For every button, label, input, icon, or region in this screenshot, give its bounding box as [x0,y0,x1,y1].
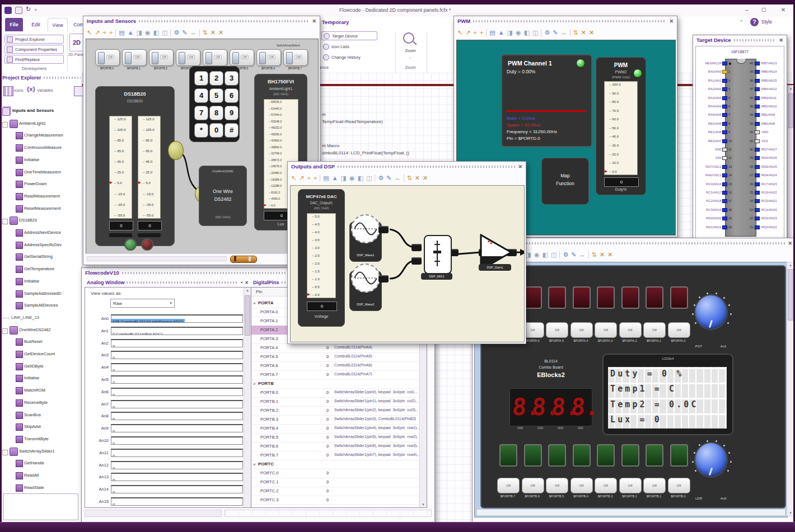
tree-item-readall[interactable]: ReadAll [0,470,82,482]
tab-view[interactable]: View [48,18,68,32]
porta-switch-button[interactable]: Off [570,322,593,338]
duplicate-icon[interactable]: ◫ [162,30,167,36]
delete-icon[interactable]: ✕ [211,30,216,36]
analog-value-input[interactable]: 0 [111,412,243,420]
digital-pin-row[interactable]: PORTB.70SwitchArraySlider1(pin7), keypad… [251,451,427,460]
porta-switch-button[interactable]: Off [546,322,568,338]
ribbon-button-component-properties[interactable]: Component Properties [4,45,64,54]
keypad-key-star[interactable]: * [194,123,208,138]
switch-handle[interactable] [98,52,105,64]
help-icon[interactable]: ? [750,18,759,26]
panel-switch[interactable]: Off [230,49,254,66]
portb-switch-button[interactable]: Off [497,478,520,493]
digital-pin-row[interactable]: PORTA.60ComboBL0114(PinA6) [251,361,427,371]
board-h-scrollbar[interactable] [476,509,785,516]
tree-item-getidbyte[interactable]: GetIDByte [0,361,82,373]
digital-pin-row[interactable]: PORTB.50SwitchArraySlider1(pin5), keypad… [251,433,427,442]
2d-panels-button[interactable]: 2D [69,34,84,51]
switch-handle[interactable] [232,52,239,64]
add-cursor-icon[interactable]: ↗ [299,175,304,181]
view-toggle-target-device[interactable]: Target Device [321,31,377,40]
keypad-key-hash[interactable]: # [225,123,238,138]
close-button[interactable]: ✕ [779,7,787,15]
window-titlebar[interactable]: PWM✕ [454,16,677,26]
ribbon-collapse-icon[interactable]: ^ [740,19,747,26]
keypad-key-1[interactable]: 1 [194,71,208,86]
knob-dial[interactable] [695,295,727,329]
window-close-icon[interactable]: ✕ [312,18,316,24]
scroll-thumb[interactable] [788,269,793,321]
panel-switch[interactable]: Off [256,49,281,66]
tree-item-transmitbyte[interactable]: TransmitByte [0,434,82,445]
portb-switch-button[interactable]: Off [570,478,593,493]
swap-h-icon[interactable]: ↔ [561,30,567,36]
tree-item-readstate[interactable]: ReadState [0,483,82,494]
window-titlebar[interactable]: Inputs and Sensors✕ [83,16,320,26]
analog-value-input[interactable]: 0 [111,424,243,432]
portb-switch-button[interactable]: Off [546,478,568,493]
keypad-key-0[interactable]: 0 [209,123,223,138]
mirror-icon[interactable]: ◨ [526,252,531,258]
tree-item-initialise[interactable]: Initialise [0,155,82,166]
switch-handle[interactable] [286,52,293,64]
scroll-up-icon[interactable]: ▲ [244,289,251,292]
analog-value-input[interactable]: 0 [111,497,243,506]
icons-grid-icon[interactable] [3,86,13,96]
swap-h-icon[interactable]: ↔ [395,175,401,181]
duplicate-icon[interactable]: ◫ [366,175,372,181]
swap-v-icon[interactable]: ⇅ [592,252,597,258]
move-icon[interactable]: + [473,30,476,36]
zoom-magnifier-icon[interactable] [403,32,414,44]
raise-icon[interactable]: ▲ [332,175,338,181]
duplicate-icon[interactable]: ◫ [532,30,538,36]
analog-window-titlebar[interactable]: Analog Window•✕ [85,278,251,287]
tree-item-root[interactable]: Inputs and Sensors [0,106,82,117]
porta-switch-button[interactable]: Off [595,322,617,338]
move-icon[interactable]: + [102,30,106,36]
analog-value-input[interactable]: 0 [111,485,243,493]
switch-handle[interactable] [125,52,132,64]
settings-icon[interactable]: ⚙ [563,252,568,258]
edit-icon[interactable]: ✎ [553,30,558,36]
undo-icon[interactable]: ↻ [26,6,34,15]
porta-switch-button[interactable]: Off [643,322,666,338]
expand-collapse-icon[interactable]: - [2,122,8,128]
tab-edit[interactable]: Edit [26,18,45,31]
ribbon-button-project-explorer[interactable]: Project Explorer [4,35,64,44]
move-icon[interactable]: + [307,175,310,181]
edit-icon[interactable]: ✎ [182,30,187,36]
digital-pin-row[interactable]: PORTB.60SwitchArraySlider1(pin6), keypad… [251,442,427,451]
digital-pin-row[interactable]: PORTA.50ComboBL0114(PinA5) [251,352,427,362]
minimize-button[interactable]: – [743,7,751,15]
select-cursor-icon[interactable]: ↖ [291,175,296,181]
digital-pin-row[interactable]: PORTB.00SwitchArraySlider1(pin0), keypad… [251,388,427,398]
clear-icon[interactable]: ✕ [423,175,428,181]
orbit-icon[interactable]: ◉ [516,30,521,36]
edit-icon[interactable]: ✎ [571,252,576,258]
digital-pin-row[interactable]: PORTB.40SwitchArraySlider1(pin4), keypad… [251,424,427,434]
tree-item-sampleaddressedd[interactable]: SampleAddressedD [0,289,82,300]
raise-icon[interactable]: ▲ [128,30,134,36]
tree-item-samplealldevices[interactable]: SampleAllDevices [0,300,82,312]
half-view-icon[interactable]: ◧ [524,30,530,36]
panel-switch[interactable]: Off [122,49,147,66]
tree-item-initialise[interactable]: Initialise [0,373,82,384]
swap-h-icon[interactable]: ↔ [579,252,586,258]
swap-v-icon[interactable]: ⇅ [573,30,578,36]
analog-value-input[interactable]: 0 [111,436,243,445]
ds18b20-green-button[interactable] [124,238,137,251]
h-scroll-trough[interactable] [87,256,227,261]
tree-item-getserialstring[interactable]: GetSerialString [0,252,82,263]
switch-handle[interactable] [259,52,266,64]
zoom-minus[interactable]: - [399,55,422,60]
tree-item-switcharrayslider1[interactable]: -SwitchArraySlider1 [0,446,82,458]
tree-item-skipaddr[interactable]: SkipAddr [0,422,82,433]
portb-switch-button[interactable]: Off [522,478,544,493]
analog-value-input[interactable]: 0 [111,461,243,469]
swap-v-icon[interactable]: ⇅ [203,30,208,36]
settings-icon[interactable]: ⚙ [174,30,179,36]
new-item-icon[interactable]: ▤ [323,175,329,181]
clear-icon[interactable]: ✕ [218,30,223,36]
switch-handle[interactable] [152,52,158,64]
tree-item-gettemperature[interactable]: GetTemperature [0,264,82,275]
